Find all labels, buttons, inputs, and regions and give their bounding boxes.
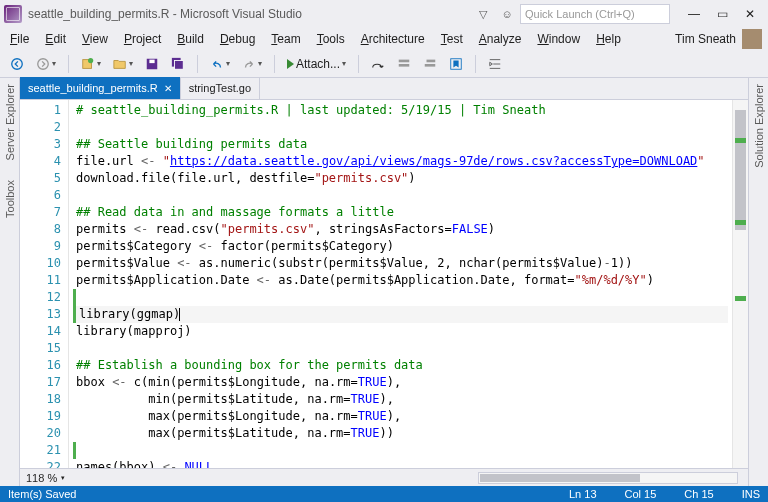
svg-rect-10 <box>427 59 436 62</box>
code-line[interactable]: max(permits$Latitude, na.rm=TRUE)) <box>76 425 728 442</box>
code-line[interactable]: max(permits$Longitude, na.rm=TRUE), <box>76 408 728 425</box>
code-line[interactable]: library(ggmap) <box>73 306 728 323</box>
status-col: Col 15 <box>625 488 657 500</box>
line-number-gutter: 12345678910111213141516171819202122 <box>20 100 72 468</box>
window-title: seattle_building_permits.R - Microsoft V… <box>28 7 474 21</box>
code-line[interactable]: permits$Category <- factor(permits$Categ… <box>76 238 728 255</box>
status-char: Ch 15 <box>684 488 713 500</box>
scrollbar-thumb[interactable] <box>735 110 746 230</box>
menu-window[interactable]: Window <box>529 30 588 48</box>
code-line[interactable]: min(permits$Latitude, na.rm=TRUE), <box>76 391 728 408</box>
svg-point-3 <box>88 57 93 62</box>
signed-in-user[interactable]: Tim Sneath <box>675 29 766 49</box>
svg-point-0 <box>12 58 23 69</box>
code-editor[interactable]: # seattle_building_permits.R | last upda… <box>72 100 732 468</box>
vs-logo-icon <box>4 5 22 23</box>
left-tool-tabs: Server Explorer Toolbox <box>0 78 20 486</box>
undo-button[interactable]: ▾ <box>206 55 234 73</box>
restore-button[interactable]: ▭ <box>708 4 736 24</box>
code-line[interactable]: ## Establish a bounding box for the perm… <box>76 357 728 374</box>
code-line[interactable]: # seattle_building_permits.R | last upda… <box>76 102 728 119</box>
svg-rect-9 <box>399 64 410 67</box>
play-icon <box>287 59 294 69</box>
code-line[interactable]: file.url <- "https://data.seattle.gov/ap… <box>76 153 728 170</box>
doc-tab[interactable]: stringTest.go <box>181 77 260 99</box>
menu-build[interactable]: Build <box>169 30 212 48</box>
close-button[interactable]: ✕ <box>736 4 764 24</box>
status-bar: Item(s) Saved Ln 13 Col 15 Ch 15 INS <box>0 486 768 502</box>
menu-analyze[interactable]: Analyze <box>471 30 530 48</box>
menu-debug[interactable]: Debug <box>212 30 263 48</box>
solution-explorer-tab[interactable]: Solution Explorer <box>751 80 767 172</box>
open-file-button[interactable]: ▾ <box>109 55 137 73</box>
code-line[interactable]: permits <- read.csv("permits.csv", strin… <box>76 221 728 238</box>
close-icon[interactable]: ✕ <box>164 83 172 94</box>
change-marker-icon <box>735 138 746 143</box>
text-cursor-icon <box>179 308 180 321</box>
code-line[interactable]: permits$Value <- as.numeric(substr(permi… <box>76 255 728 272</box>
indent-button[interactable] <box>484 55 506 73</box>
toolbox-tab[interactable]: Toolbox <box>2 176 18 222</box>
quick-launch-input[interactable]: Quick Launch (Ctrl+Q) <box>520 4 670 24</box>
code-line[interactable] <box>73 289 728 306</box>
step-over-button[interactable] <box>367 55 389 73</box>
new-project-button[interactable]: ▾ <box>77 55 105 73</box>
notifications-icon[interactable]: ▽ <box>474 5 492 23</box>
document-tabs: seattle_building_permits.R✕stringTest.go <box>20 78 748 100</box>
tab-label: seattle_building_permits.R <box>28 82 158 94</box>
horizontal-scrollbar[interactable] <box>478 472 738 484</box>
svg-rect-5 <box>149 59 154 63</box>
menu-project[interactable]: Project <box>116 30 169 48</box>
bookmark-button[interactable] <box>445 55 467 73</box>
status-saved: Item(s) Saved <box>8 488 76 500</box>
change-marker-icon <box>735 220 746 225</box>
chevron-down-icon[interactable]: ▾ <box>61 474 65 482</box>
nav-forward-button[interactable]: ▾ <box>32 55 60 73</box>
start-button[interactable]: Attach...▾ <box>283 55 350 73</box>
menu-edit[interactable]: Edit <box>37 30 74 48</box>
code-line[interactable] <box>73 442 728 459</box>
status-ins: INS <box>742 488 760 500</box>
editor-footer: 118 %▾ <box>20 468 748 486</box>
right-tool-tabs: Solution Explorer <box>748 78 768 486</box>
code-line[interactable]: download.file(file.url, destfile="permit… <box>76 170 728 187</box>
code-line[interactable]: bbox <- c(min(permits$Longitude, na.rm=T… <box>76 374 728 391</box>
code-line[interactable]: names(bbox) <- NULL <box>76 459 728 468</box>
menu-tools[interactable]: Tools <box>309 30 353 48</box>
status-line: Ln 13 <box>569 488 597 500</box>
code-line[interactable] <box>76 187 728 204</box>
menu-file[interactable]: File <box>2 30 37 48</box>
svg-rect-8 <box>399 59 410 62</box>
code-line[interactable]: ## Read data in and massage formats a li… <box>76 204 728 221</box>
code-line[interactable]: library(mapproj) <box>76 323 728 340</box>
redo-button[interactable]: ▾ <box>238 55 266 73</box>
save-all-button[interactable] <box>167 55 189 73</box>
zoom-level[interactable]: 118 % <box>26 472 57 484</box>
code-line[interactable]: permits$Application.Date <- as.Date(perm… <box>76 272 728 289</box>
menu-help[interactable]: Help <box>588 30 629 48</box>
server-explorer-tab[interactable]: Server Explorer <box>2 80 18 164</box>
user-name-label: Tim Sneath <box>675 32 736 46</box>
svg-point-1 <box>38 58 49 69</box>
code-line[interactable] <box>76 119 728 136</box>
uncomment-button[interactable] <box>419 55 441 73</box>
menu-test[interactable]: Test <box>433 30 471 48</box>
nav-back-button[interactable] <box>6 55 28 73</box>
svg-rect-7 <box>175 60 184 69</box>
comment-button[interactable] <box>393 55 415 73</box>
menu-view[interactable]: View <box>74 30 116 48</box>
code-line[interactable] <box>76 340 728 357</box>
feedback-icon[interactable]: ☺ <box>498 5 516 23</box>
code-line[interactable]: ## Seattle building permits data <box>76 136 728 153</box>
menu-team[interactable]: Team <box>263 30 308 48</box>
vertical-scrollbar[interactable] <box>732 100 748 468</box>
doc-tab[interactable]: seattle_building_permits.R✕ <box>20 77 181 99</box>
menu-bar: FileEditViewProjectBuildDebugTeamToolsAr… <box>0 28 768 50</box>
change-marker-icon <box>735 296 746 301</box>
minimize-button[interactable]: — <box>680 4 708 24</box>
menu-architecture[interactable]: Architecture <box>353 30 433 48</box>
avatar-icon <box>742 29 762 49</box>
svg-rect-11 <box>425 64 436 67</box>
save-button[interactable] <box>141 55 163 73</box>
scrollbar-thumb[interactable] <box>480 474 640 482</box>
